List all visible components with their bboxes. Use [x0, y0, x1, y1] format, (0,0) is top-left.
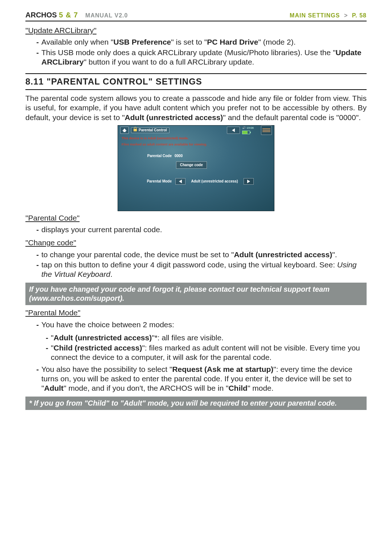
breadcrumb-section: MAIN SETTINGS — [290, 12, 340, 19]
parental-code-row: Parental Code 0000 — [118, 149, 274, 159]
list-item: "Child (restricted access)": files marke… — [46, 343, 367, 362]
section-number: 8.11 — [25, 77, 44, 86]
lock-icon — [134, 129, 137, 131]
status-area: 🔊 19:06 — [242, 126, 259, 134]
section-title: "PARENTAL CONTROL" SETTINGS — [46, 77, 202, 86]
breadcrumb-page: P. 58 — [352, 12, 367, 19]
brand-logo: ARCHOS 5 & 7 — [25, 11, 78, 19]
list-item: tap on this button to define your 4 digi… — [36, 260, 367, 279]
arclib-title: "Update ARCLibrary" — [25, 26, 367, 35]
parental-code-list: displays your current parental code. — [25, 225, 367, 234]
device-warning-2: Files marked as adult content are availa… — [118, 140, 274, 149]
list-item: Available only when "USB Preference" is … — [36, 37, 367, 47]
device-topbar: Parental Control 🔊 19:06 — [118, 126, 274, 135]
parental-mode-list-2: You also have the possibility to select … — [25, 365, 367, 393]
change-code-list: to change your parental code, the device… — [25, 250, 367, 279]
list-item: You also have the possibility to select … — [36, 365, 367, 393]
parental-mode-value: Adult (unrestricted access) — [189, 179, 240, 184]
mode-next-button[interactable] — [244, 178, 254, 185]
brand-models: 5 & 7 — [59, 11, 78, 19]
mode-prev-button[interactable] — [175, 178, 185, 185]
list-item: This USB mode only does a quick ARCLibra… — [36, 48, 367, 67]
section-heading: 8.11 "PARENTAL CONTROL" SETTINGS — [25, 73, 367, 90]
change-code-button[interactable]: Change code — [176, 161, 207, 169]
support-note: If you have changed your code and forgot… — [25, 283, 367, 305]
device-screenshot: Parental Control 🔊 19:06 This device is … — [25, 125, 367, 211]
parental-code-value: 0000 — [175, 154, 183, 159]
parental-code-label: Parental Code — [140, 154, 172, 159]
back-icon[interactable] — [227, 127, 240, 134]
parental-mode-list: You have the choice between 2 modes: — [25, 320, 367, 329]
device-title: Parental Control — [139, 128, 167, 133]
arclib-list: Available only when "USB Preference" is … — [25, 37, 367, 67]
home-icon[interactable] — [120, 127, 129, 134]
breadcrumb: MAIN SETTINGS > P. 58 — [290, 12, 367, 19]
screen-title-pill: Parental Control — [131, 127, 170, 134]
device-warning-1: This device is in Adult (unrestricted) m… — [118, 135, 274, 140]
breadcrumb-sep: > — [344, 12, 348, 19]
list-item: displays your current parental code. — [36, 225, 367, 234]
parental-code-title: "Parental Code" — [25, 213, 367, 223]
brand-name: ARCHOS — [25, 11, 57, 19]
clock: 19:06 — [246, 126, 254, 130]
battery-icon — [242, 131, 250, 134]
parental-mode-title: "Parental Mode" — [25, 308, 367, 317]
intro-paragraph: The parental code system allows you to c… — [25, 94, 367, 122]
list-item: You have the choice between 2 modes: — [36, 320, 367, 329]
menu-icon[interactable] — [261, 126, 272, 135]
parental-mode-label: Parental Mode — [140, 179, 172, 184]
manual-label: MANUAL V2.0 — [85, 12, 282, 19]
list-item: to change your parental code, the device… — [36, 250, 367, 259]
list-item: "Adult (unrestricted access)"*: all file… — [46, 333, 367, 342]
change-code-title: "Change code" — [25, 238, 367, 247]
parental-mode-row: Parental Mode Adult (unrestricted access… — [118, 169, 274, 185]
parental-mode-sublist: "Adult (unrestricted access)"*: all file… — [25, 333, 367, 362]
footnote: * If you go from "Child" to "Adult" mode… — [25, 397, 367, 410]
page-header: ARCHOS 5 & 7 MANUAL V2.0 MAIN SETTINGS >… — [25, 11, 367, 21]
